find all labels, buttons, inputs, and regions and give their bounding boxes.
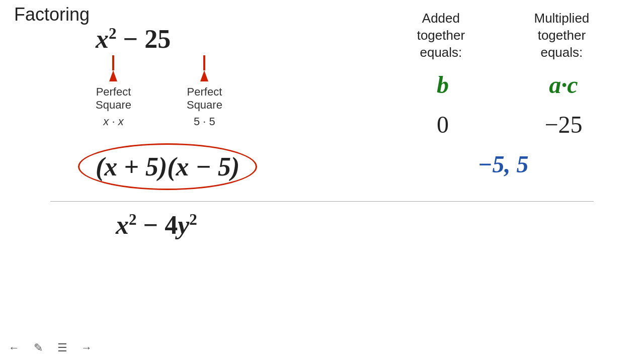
arrow-sub-1: x · x: [103, 115, 123, 128]
arrow-label-1: PerfectSquare: [96, 85, 131, 112]
col-neg25: −25: [528, 111, 599, 138]
col-header-added: Addedtogetherequals:: [417, 10, 465, 61]
col-neg5-5: −5, 5: [433, 150, 574, 178]
col-zero: 0: [408, 111, 478, 138]
arrows-area: PerfectSquare x · x PerfectSquare 5 · 5: [96, 55, 222, 128]
arrow-head-1: [109, 70, 117, 81]
arrow-group-2: PerfectSquare 5 · 5: [187, 55, 222, 128]
divider: [50, 201, 594, 202]
circled-answer: (x + 5)(x − 5): [78, 143, 257, 190]
col-header-multiplied: Multipliedtogetherequals:: [534, 10, 589, 61]
column-headers: Addedtogetherequals: Multipliedtogethere…: [382, 10, 624, 61]
page-title: Factoring: [14, 4, 90, 25]
arrow-head-2: [200, 70, 208, 81]
arrow-label-2: PerfectSquare: [187, 85, 222, 112]
arrow-sub-2: 5 · 5: [194, 115, 215, 128]
arrow-line-1: [112, 55, 114, 70]
bottom-nav: ← ✎ ☰ →: [6, 340, 95, 356]
arrow-line-2: [203, 55, 205, 70]
main-expression: x2 − 25: [96, 24, 171, 54]
edit-button[interactable]: ✎: [30, 340, 46, 356]
right-panel: Addedtogetherequals: Multipliedtogethere…: [382, 10, 624, 190]
menu-button[interactable]: ☰: [54, 340, 70, 356]
right-row-2: 0 −25: [382, 111, 624, 138]
col-b: b: [408, 71, 478, 99]
col-ac: a·c: [528, 71, 599, 99]
forward-button[interactable]: →: [78, 340, 95, 356]
right-row-3: −5, 5: [382, 150, 624, 178]
right-row-1: b a·c: [382, 71, 624, 99]
second-expression: x2 − 4y2: [116, 210, 197, 240]
back-button[interactable]: ←: [6, 340, 22, 356]
arrow-group-1: PerfectSquare x · x: [96, 55, 131, 128]
